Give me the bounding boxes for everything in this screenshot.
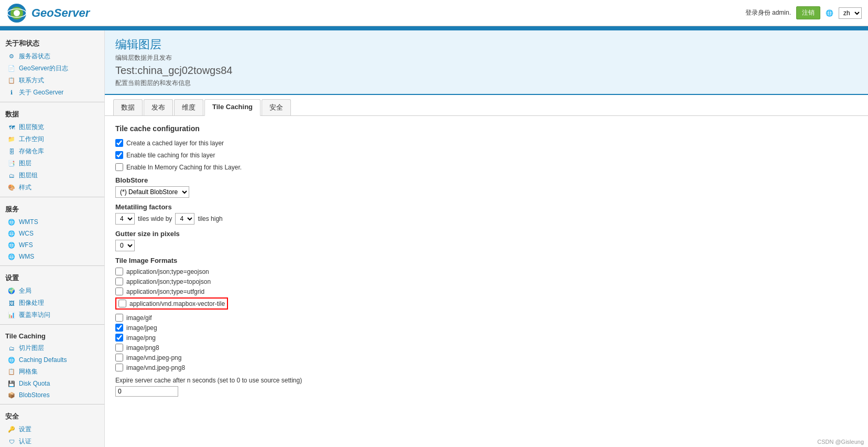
logout-button[interactable]: 注销 xyxy=(796,6,820,19)
format-row: application/json;type=topojson xyxy=(115,278,858,285)
enable-tile-caching-label: Enable tile caching for this layer xyxy=(126,152,215,159)
format-row: image/png xyxy=(115,334,858,342)
format-checkbox[interactable] xyxy=(115,268,123,275)
format-checkbox[interactable] xyxy=(115,344,123,352)
sidebar-item-label: 覆盖率访问 xyxy=(19,311,50,320)
sidebar-item-全局[interactable]: 🌍全局 xyxy=(0,285,104,297)
sidebar-item-icon: 💾 xyxy=(7,379,16,388)
sidebar-item-wmts[interactable]: 🌐WMTS xyxy=(0,216,104,228)
format-checkbox[interactable] xyxy=(115,324,123,332)
formats-list: application/json;type=geojsonapplication… xyxy=(115,268,858,371)
page-subtitle: 编辑层数据并且发布 xyxy=(115,54,858,62)
sidebar-section-title: 设置 xyxy=(0,269,104,285)
sidebar-item-icon: 🌍 xyxy=(7,287,16,295)
sidebar-item-label: BlobStores xyxy=(19,391,50,399)
tab-tile-caching[interactable]: Tile Caching xyxy=(204,99,261,116)
sidebar-item-wms[interactable]: 🌐WMS xyxy=(0,251,104,262)
sidebar-item-caching-defaults[interactable]: 🌐Caching Defaults xyxy=(0,354,104,366)
expire-input[interactable] xyxy=(115,386,178,397)
sidebar-item-label: 图层预览 xyxy=(19,123,44,132)
sidebar-item-icon: 🗄 xyxy=(7,147,16,156)
sidebar-item-网格集[interactable]: 📋网格集 xyxy=(0,366,104,378)
sidebar-item-label: 设置 xyxy=(19,425,31,434)
sidebar-item-icon: 📊 xyxy=(7,311,16,320)
enable-in-memory-checkbox[interactable] xyxy=(115,163,123,171)
enable-tile-caching-checkbox[interactable] xyxy=(115,151,123,159)
format-checkbox[interactable] xyxy=(115,334,123,342)
sidebar-item-切片图层[interactable]: 🗂切片图层 xyxy=(0,342,104,354)
sidebar-item-wfs[interactable]: 🌐WFS xyxy=(0,239,104,251)
sidebar-item-认证[interactable]: 🛡认证 xyxy=(0,435,104,447)
sidebar-item-blobstores[interactable]: 📦BlobStores xyxy=(0,389,104,401)
format-checkbox[interactable] xyxy=(115,314,123,322)
sidebar-item-icon: 🔑 xyxy=(7,425,16,434)
sidebar-item-label: 图层组 xyxy=(19,171,38,180)
sidebar-item-图层[interactable]: 📑图层 xyxy=(0,157,104,169)
create-cached-checkbox[interactable] xyxy=(115,139,123,147)
login-status: 登录身份 admin. xyxy=(745,8,791,17)
format-row: application/json;type=utfgrid xyxy=(115,288,858,295)
sidebar-item-图层组[interactable]: 🗂图层组 xyxy=(0,169,104,182)
sidebar-item-覆盖率访问[interactable]: 📊覆盖率访问 xyxy=(0,309,104,321)
layer-name: Test:china_gcj02towgs84 xyxy=(115,65,858,77)
format-row: image/jpeg xyxy=(115,324,858,332)
sidebar-item-label: 联系方式 xyxy=(19,76,44,85)
sidebar-item-label: WMTS xyxy=(19,218,38,226)
formats-label: Tile Image Formats xyxy=(115,257,858,264)
sidebar-item-联系方式[interactable]: 📋联系方式 xyxy=(0,74,104,87)
format-row: application/json;type=geojson xyxy=(115,268,858,275)
sidebar-item-icon: 📄 xyxy=(7,65,16,73)
format-label: application/json;type=utfgrid xyxy=(126,288,204,295)
sidebar-item-服务器状态[interactable]: ⚙服务器状态 xyxy=(0,50,104,62)
tab-数据[interactable]: 数据 xyxy=(113,99,143,115)
sidebar-item-存储仓库[interactable]: 🗄存储仓库 xyxy=(0,145,104,157)
gutter-label: Gutter size in pixels xyxy=(115,230,858,238)
sidebar-item-图层预览[interactable]: 🗺图层预览 xyxy=(0,121,104,133)
tab-维度[interactable]: 维度 xyxy=(174,99,203,115)
sidebar-item-icon: 🛡 xyxy=(7,438,16,446)
format-checkbox[interactable] xyxy=(115,364,123,371)
sidebar-item-关于-geoserver[interactable]: ℹ关于 GeoServer xyxy=(0,87,104,99)
sidebar-item-label: 网格集 xyxy=(19,367,38,376)
sidebar-item-icon: 🌐 xyxy=(7,241,16,249)
sidebar-section-title: Tile Caching xyxy=(0,328,104,342)
sidebar-item-label: 样式 xyxy=(19,183,31,192)
sidebar-item-样式[interactable]: 🎨样式 xyxy=(0,182,104,194)
language-select[interactable]: zh en xyxy=(839,7,862,19)
metatiling-label: Metatiling factors xyxy=(115,203,858,211)
layout: 关于和状态⚙服务器状态📄GeoServer的日志📋联系方式ℹ关于 GeoServ… xyxy=(0,30,868,447)
format-row: application/vnd.mapbox-vector-tile xyxy=(115,297,228,310)
sidebar-item-icon: 📑 xyxy=(7,159,16,168)
gutter-row: 0124 xyxy=(115,240,858,251)
sidebar-item-label: 切片图层 xyxy=(19,344,44,353)
format-label: application/json;type=geojson xyxy=(126,268,209,275)
tiles-wide-label: tiles wide by xyxy=(138,215,172,222)
sidebar-item-label: 图层 xyxy=(19,159,31,168)
format-checkbox[interactable] xyxy=(118,300,126,307)
sidebar-item-icon: 📁 xyxy=(7,135,16,144)
sidebar-item-icon: 🗺 xyxy=(7,123,16,132)
blobstore-select[interactable]: (*) Default BlobStore xyxy=(115,186,189,198)
sidebar-divider xyxy=(0,265,104,266)
tab-安全[interactable]: 安全 xyxy=(262,99,291,115)
format-label: image/vnd.jpeg-png xyxy=(126,354,181,361)
tab-发布[interactable]: 发布 xyxy=(144,99,173,115)
sidebar-item-工作空间[interactable]: 📁工作空间 xyxy=(0,133,104,145)
sidebar-item-geoserver的日志[interactable]: 📄GeoServer的日志 xyxy=(0,62,104,74)
sidebar-item-label: WMS xyxy=(19,253,34,260)
tiles-high-select[interactable]: 4123 xyxy=(175,213,194,225)
format-checkbox[interactable] xyxy=(115,354,123,361)
sidebar-item-label: 图像处理 xyxy=(19,299,44,307)
sidebar-item-disk-quota[interactable]: 💾Disk Quota xyxy=(0,378,104,389)
sidebar-item-label: 服务器状态 xyxy=(19,52,50,61)
format-checkbox[interactable] xyxy=(115,288,123,295)
sidebar-item-图像处理[interactable]: 🖼图像处理 xyxy=(0,297,104,309)
sidebar-item-label: WCS xyxy=(19,230,34,237)
gutter-select[interactable]: 0124 xyxy=(115,240,135,251)
format-row: image/vnd.jpeg-png xyxy=(115,354,858,361)
sidebar-item-设置[interactable]: 🔑设置 xyxy=(0,423,104,435)
tiles-wide-select[interactable]: 4123 xyxy=(115,213,135,225)
sidebar-section-title: 关于和状态 xyxy=(0,35,104,50)
sidebar-item-wcs[interactable]: 🌐WCS xyxy=(0,228,104,239)
format-checkbox[interactable] xyxy=(115,278,123,285)
